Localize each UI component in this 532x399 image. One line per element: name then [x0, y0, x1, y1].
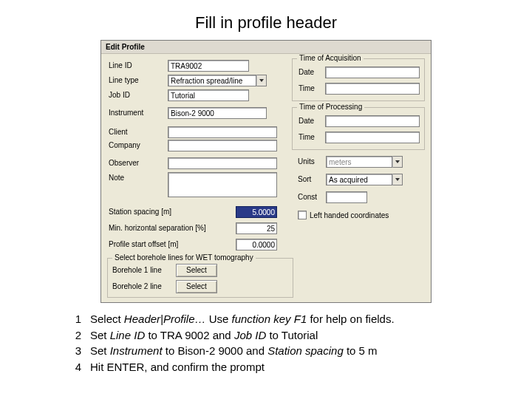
profile-start-input[interactable]: 0.0000 — [236, 239, 277, 250]
label-observer: Observer — [109, 159, 139, 167]
line-id-input[interactable]: TRA9002 — [168, 60, 249, 72]
label-units: Units — [298, 157, 315, 166]
step-1: Select Header|Profile… Use function key … — [90, 312, 473, 327]
label-line-type: Line type — [109, 76, 139, 84]
proc-time-input[interactable] — [325, 132, 420, 143]
label-proc-time: Time — [299, 133, 315, 141]
label-min-hsep: Min. horizontal separation [%] — [109, 224, 206, 232]
borehole1-select-button[interactable]: Select — [176, 264, 217, 277]
label-left-handed: Left handed coordinates — [310, 211, 389, 219]
client-input[interactable] — [168, 126, 277, 138]
min-hsep-input[interactable]: 25 — [236, 222, 277, 234]
job-id-input[interactable]: Tutorial — [168, 89, 249, 101]
label-instrument: Instrument — [109, 109, 143, 117]
label-acq-time: Time — [299, 84, 315, 92]
dialog-titlebar: Edit Profile — [101, 41, 431, 54]
line-type-select[interactable]: Refraction spread/line — [168, 75, 256, 86]
label-proc-date: Date — [299, 117, 314, 125]
company-input[interactable] — [168, 140, 277, 151]
note-input[interactable] — [168, 172, 277, 197]
group-time-acquisition: Time of Acquisition Date Time — [292, 58, 425, 101]
step-4: Hit ENTER, and confirm the prompt — [90, 360, 473, 375]
station-spacing-input[interactable]: 5.0000 — [236, 206, 277, 218]
acq-date-input[interactable] — [325, 66, 420, 78]
units-dropdown-icon[interactable] — [392, 156, 403, 168]
observer-input[interactable] — [168, 157, 277, 169]
sort-select[interactable]: As acquired — [326, 174, 392, 185]
label-line-id: Line ID — [109, 61, 132, 69]
label-acq-date: Date — [299, 68, 314, 76]
instruction-list: Select Header|Profile… Use function key … — [59, 312, 473, 374]
step-2: Set Line ID to TRA 9002 and Job ID to Tu… — [90, 328, 473, 343]
line-type-dropdown-icon[interactable] — [256, 75, 267, 86]
label-profile-start: Profile start offset [m] — [109, 240, 178, 248]
group-time-processing-legend: Time of Processing — [297, 103, 364, 111]
label-borehole1: Borehole 1 line — [112, 266, 162, 274]
edit-profile-dialog: Edit Profile Line ID TRA9002 Line type R… — [100, 40, 432, 303]
label-company: Company — [109, 141, 140, 149]
label-station-spacing: Station spacing [m] — [109, 208, 171, 216]
const-input[interactable] — [326, 191, 367, 203]
proc-date-input[interactable] — [325, 115, 420, 127]
acq-time-input[interactable] — [325, 83, 420, 95]
label-job-id: Job ID — [109, 91, 130, 99]
step-3: Set Instrument to Bison-2 9000 and Stati… — [90, 344, 473, 358]
group-borehole: Select borehole lines for WET tomography… — [107, 258, 293, 298]
left-handed-checkbox[interactable] — [298, 211, 307, 219]
slide-title: Fill in profile header — [0, 0, 532, 40]
label-const: Const — [298, 193, 317, 201]
sort-dropdown-icon[interactable] — [392, 174, 403, 185]
group-time-processing: Time of Processing Date Time — [292, 107, 425, 150]
group-borehole-legend: Select borehole lines for WET tomography — [112, 253, 256, 262]
label-note: Note — [109, 174, 124, 182]
group-time-acquisition-legend: Time of Acquisition — [297, 54, 364, 62]
dialog-body: Line ID TRA9002 Line type Refraction spr… — [101, 54, 431, 302]
label-sort: Sort — [298, 175, 311, 183]
label-client: Client — [109, 128, 128, 136]
label-borehole2: Borehole 2 line — [112, 282, 162, 290]
units-select[interactable]: meters — [326, 156, 392, 168]
borehole2-select-button[interactable]: Select — [176, 280, 217, 293]
instrument-input[interactable]: Bison-2 9000 — [168, 107, 267, 119]
